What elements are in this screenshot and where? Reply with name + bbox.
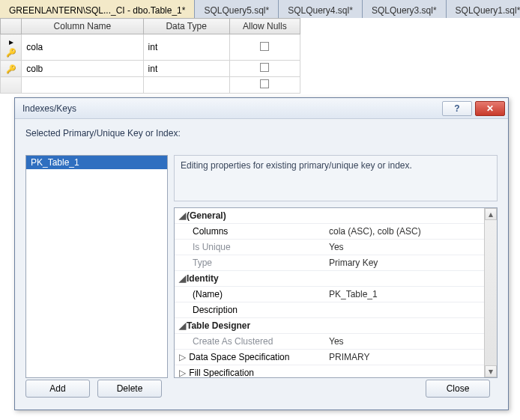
- scroll-down-icon[interactable]: ▾: [485, 365, 497, 377]
- checkbox-unchecked-icon[interactable]: [260, 79, 269, 88]
- table-row[interactable]: 🔑 colb int: [1, 61, 300, 77]
- row-selector[interactable]: [1, 77, 22, 94]
- tab-sqlquery5[interactable]: SQLQuery5.sql*: [195, 0, 279, 18]
- category-table-designer[interactable]: ◢Table Designer: [175, 318, 484, 334]
- cell-data-type[interactable]: [143, 77, 229, 94]
- close-icon: ✕: [486, 103, 494, 114]
- dialog-body: Selected Primary/Unique Key or Index: PK…: [15, 119, 508, 410]
- prop-data-space-spec[interactable]: ▷ Data Space SpecificationPRIMARY: [175, 350, 484, 365]
- cell-column-name[interactable]: colb: [22, 61, 143, 77]
- indexes-keys-dialog: Indexes/Keys ? ✕ Selected Primary/Unique…: [14, 97, 509, 410]
- tab-strip: GREENLANTERN\SQL..._CI - dbo.Table_1* SQ…: [0, 0, 520, 18]
- index-list[interactable]: PK_Table_1: [25, 155, 168, 378]
- dialog-title: Indexes/Keys: [22, 103, 442, 114]
- help-icon: ?: [454, 103, 459, 114]
- prop-create-as-clustered[interactable]: Create As ClusteredYes: [175, 334, 484, 350]
- tab-sqlquery4[interactable]: SQLQuery4.sql*: [279, 0, 363, 18]
- prop-fill-spec[interactable]: ▷ Fill Specification: [175, 365, 484, 378]
- category-identity[interactable]: ◢Identity: [175, 271, 484, 287]
- tab-sqlquery3[interactable]: SQLQuery3.sql*: [363, 0, 447, 18]
- checkbox-unchecked-icon[interactable]: [260, 63, 269, 72]
- cell-allow-nulls[interactable]: [229, 61, 300, 77]
- table-row[interactable]: ▸🔑 cola int: [1, 34, 300, 61]
- prop-type[interactable]: TypePrimary Key: [175, 255, 484, 271]
- row-selector[interactable]: 🔑: [1, 61, 22, 77]
- cell-data-type[interactable]: int: [143, 61, 229, 77]
- tab-table-designer[interactable]: GREENLANTERN\SQL..._CI - dbo.Table_1*: [0, 0, 195, 18]
- prop-columns[interactable]: Columnscola (ASC), colb (ASC): [175, 224, 484, 240]
- selected-key-label: Selected Primary/Unique Key or Index:: [25, 128, 498, 139]
- add-button[interactable]: Add: [25, 380, 90, 398]
- collapse-icon[interactable]: ◢: [179, 210, 187, 221]
- description-panel: Editing properties for existing primary/…: [174, 155, 498, 201]
- collapse-icon[interactable]: ◢: [179, 273, 187, 284]
- cell-allow-nulls[interactable]: [229, 34, 300, 61]
- expand-icon[interactable]: ▷: [179, 352, 187, 362]
- dialog-titlebar[interactable]: Indexes/Keys ? ✕: [15, 98, 508, 119]
- cell-column-name[interactable]: [22, 77, 143, 94]
- cell-allow-nulls[interactable]: [229, 77, 300, 94]
- property-grid-scrollbar[interactable]: ▴ ▾: [484, 208, 497, 377]
- prop-description[interactable]: Description: [175, 302, 484, 318]
- property-grid: ◢(General) Columnscola (ASC), colb (ASC)…: [174, 207, 498, 378]
- cell-column-name[interactable]: cola: [22, 34, 143, 61]
- list-item[interactable]: PK_Table_1: [26, 156, 167, 169]
- prop-is-unique[interactable]: Is UniqueYes: [175, 240, 484, 255]
- primary-key-icon: 🔑: [6, 48, 16, 57]
- scroll-up-icon[interactable]: ▴: [485, 208, 497, 220]
- header-data-type[interactable]: Data Type: [143, 19, 229, 34]
- help-button[interactable]: ?: [442, 101, 472, 116]
- category-general[interactable]: ◢(General): [175, 208, 484, 224]
- tab-sqlquery1[interactable]: SQLQuery1.sql*: [447, 0, 520, 18]
- primary-key-icon: 🔑: [6, 64, 16, 73]
- checkbox-unchecked-icon[interactable]: [260, 42, 269, 51]
- prop-name[interactable]: (Name)PK_Table_1: [175, 287, 484, 302]
- dialog-button-row: Add Delete Close: [25, 380, 498, 401]
- collapse-icon[interactable]: ◢: [179, 320, 187, 331]
- close-window-button[interactable]: ✕: [475, 101, 505, 116]
- table-row[interactable]: [1, 77, 300, 94]
- current-row-arrow-icon: ▸: [9, 37, 13, 47]
- expand-icon[interactable]: ▷: [179, 368, 187, 377]
- header-column-name[interactable]: Column Name: [22, 19, 143, 34]
- row-header-blank: [1, 19, 22, 34]
- close-button[interactable]: Close: [426, 380, 490, 398]
- table-designer-grid: Column Name Data Type Allow Nulls ▸🔑 col…: [0, 18, 300, 94]
- row-selector[interactable]: ▸🔑: [1, 34, 22, 61]
- cell-data-type[interactable]: int: [143, 34, 229, 61]
- delete-button[interactable]: Delete: [97, 380, 162, 398]
- property-grid-inner: ◢(General) Columnscola (ASC), colb (ASC)…: [175, 208, 484, 377]
- header-allow-nulls[interactable]: Allow Nulls: [229, 19, 300, 34]
